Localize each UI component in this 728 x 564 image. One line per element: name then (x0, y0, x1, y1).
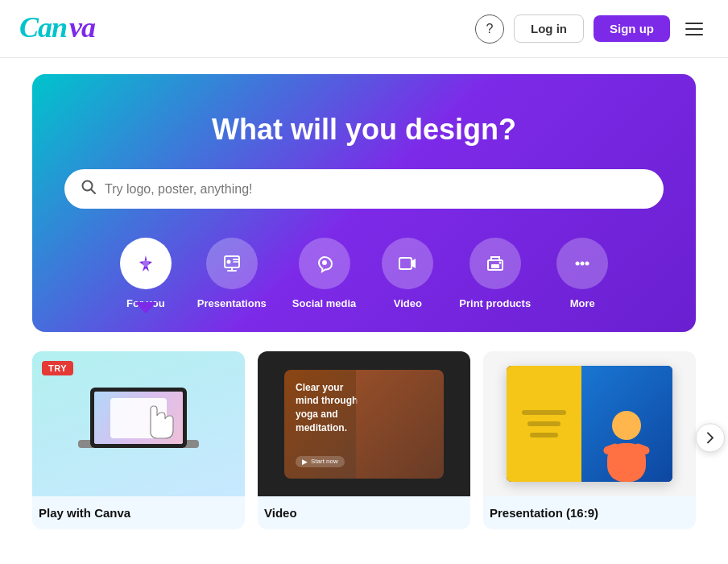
svg-line-3 (91, 189, 95, 193)
card-3-thumb (483, 351, 696, 496)
category-social-media[interactable]: Social media (292, 238, 356, 309)
pres-left (507, 366, 581, 482)
yoga-card: Clear yourmind throughyoga andmeditation… (284, 370, 444, 479)
print-products-icon-wrap (469, 238, 521, 289)
menu-line-3 (685, 34, 703, 35)
category-bar: For you Presentations (64, 238, 664, 309)
card-3-label: Presentation (16:9) (483, 496, 696, 529)
header: Can va ? Log in Sign up (0, 0, 728, 58)
svg-point-12 (581, 262, 585, 266)
menu-line-2 (685, 28, 703, 30)
presentations-icon-wrap (206, 238, 258, 289)
hero-banner: What will you design? For you (32, 74, 696, 332)
svg-rect-7 (399, 258, 412, 269)
svg-rect-9 (491, 264, 499, 268)
svg-point-19 (612, 411, 641, 440)
person-illustration (594, 401, 659, 482)
svg-point-4 (143, 260, 149, 267)
category-more[interactable]: More (556, 238, 608, 309)
next-arrow[interactable] (696, 423, 725, 452)
category-label-print-products: Print products (459, 297, 531, 309)
svg-point-10 (498, 262, 501, 264)
category-label-presentations: Presentations (197, 297, 267, 309)
category-print-products[interactable]: Print products (459, 238, 531, 309)
menu-button[interactable] (680, 15, 709, 44)
canva-logo[interactable]: Can va (19, 8, 116, 50)
category-for-you[interactable]: For you (120, 238, 172, 309)
category-presentations[interactable]: Presentations (197, 238, 267, 309)
menu-line-1 (685, 23, 703, 24)
search-input[interactable] (105, 182, 647, 197)
card-1-thumb: TRY (32, 351, 245, 496)
active-indicator (134, 302, 157, 313)
category-video[interactable]: Video (382, 238, 433, 309)
pres-right (581, 366, 672, 482)
card-2-label: Video (258, 496, 470, 529)
social-media-icon-wrap (299, 238, 350, 289)
yoga-action: ▶Start now (296, 456, 345, 467)
svg-text:Can: Can (19, 11, 67, 44)
laptop-illustration (70, 375, 207, 472)
header-actions: ? Log in Sign up (475, 15, 709, 44)
video-overlay: Clear yourmind throughyoga andmeditation… (258, 351, 470, 496)
signup-button[interactable]: Sign up (594, 15, 670, 42)
card-video[interactable]: Clear yourmind throughyoga andmeditation… (258, 351, 470, 529)
try-badge: TRY (42, 361, 73, 375)
more-icon-wrap (556, 238, 608, 289)
presentation-preview (507, 366, 672, 482)
svg-point-13 (585, 262, 589, 266)
cards-section: TRY (0, 332, 728, 549)
hero-title: What will you design? (64, 113, 664, 147)
category-label-video: Video (394, 297, 422, 309)
pres-line-1 (522, 410, 566, 415)
search-icon (81, 179, 97, 199)
pres-line-2 (527, 421, 560, 426)
category-label-more: More (570, 297, 595, 309)
category-label-social-media: Social media (292, 297, 356, 309)
card-play-with-canva[interactable]: TRY (32, 351, 245, 529)
card-1-label: Play with Canva (32, 496, 245, 529)
login-button[interactable]: Log in (514, 15, 584, 43)
for-you-icon-wrap (120, 238, 172, 289)
search-bar[interactable] (64, 169, 664, 209)
help-icon: ? (486, 22, 494, 36)
video-icon-wrap (382, 238, 433, 289)
pres-line-3 (530, 433, 557, 438)
card-presentation[interactable]: Presentation (16:9) (483, 351, 696, 529)
svg-point-6 (226, 260, 230, 264)
svg-point-11 (576, 262, 580, 266)
svg-text:va: va (69, 11, 96, 44)
card-2-thumb: Clear yourmind throughyoga andmeditation… (258, 351, 470, 496)
help-button[interactable]: ? (475, 15, 504, 44)
